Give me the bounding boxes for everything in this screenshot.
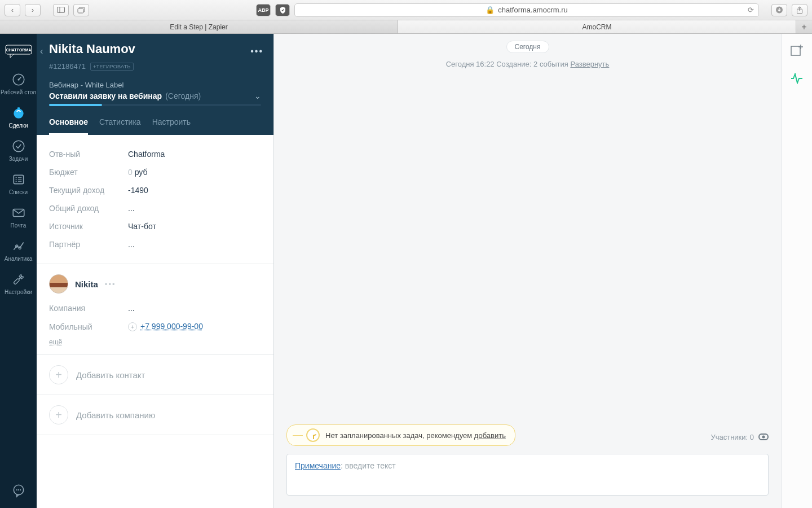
add-task-link[interactable]: добавить xyxy=(474,431,506,440)
stage-progress[interactable] xyxy=(49,104,261,106)
share-button[interactable] xyxy=(792,4,807,16)
note-input[interactable]: Примечание: введите текст xyxy=(286,454,769,496)
mobile-value[interactable]: ++7 999 000-99-00 xyxy=(128,322,203,331)
stage-date: (Сегодня) xyxy=(165,91,201,100)
app-logo[interactable]: CHATFORMA xyxy=(0,34,37,68)
gauge-icon xyxy=(11,72,26,87)
adblock-icon[interactable]: ABP xyxy=(256,4,271,16)
today-pill: Сегодня xyxy=(506,41,549,53)
nav-tasks[interactable]: Задачи xyxy=(0,134,37,168)
contact-name[interactable]: Nikita xyxy=(75,279,98,289)
responsible-value[interactable]: Chatforma xyxy=(128,150,165,159)
lead-id: #12186471 xyxy=(49,62,86,71)
tab-stats[interactable]: Статистика xyxy=(99,117,141,135)
nav-chat[interactable] xyxy=(11,475,26,508)
company-value[interactable]: ... xyxy=(128,304,135,313)
wrench-icon xyxy=(11,272,26,287)
browser-tab-1[interactable]: AmoCRM xyxy=(398,20,796,33)
add-company-button[interactable]: + Добавить компанию xyxy=(37,395,273,435)
list-icon xyxy=(11,172,26,187)
sidebar-toggle-button[interactable] xyxy=(53,4,69,16)
contact-block: Nikita ••• Компания... Мобильный++7 999 … xyxy=(37,264,273,355)
add-contact-button[interactable]: + Добавить контакт xyxy=(37,355,273,395)
feed-area: Сегодня Сегодня 16:22 Создание: 2 событи… xyxy=(273,34,781,508)
feed-expand-link[interactable]: Развернуть xyxy=(570,60,609,68)
nav-rail: CHATFORMA Рабочий стол Сделки Задачи Спи… xyxy=(0,34,37,508)
contact-avatar[interactable] xyxy=(49,274,68,294)
eye-icon xyxy=(758,433,769,440)
company-label: Компания xyxy=(49,304,128,313)
svg-rect-3 xyxy=(78,8,83,13)
nav-deals[interactable]: Сделки xyxy=(0,101,37,134)
no-tasks-banner: Нет запланированных задач, рекомендуем д… xyxy=(286,424,515,446)
mobile-label: Мобильный xyxy=(49,322,128,331)
svg-point-26 xyxy=(20,489,21,491)
tab-main[interactable]: Основное xyxy=(49,117,88,135)
note-type-link[interactable]: Примечание xyxy=(295,461,341,470)
browser-tab-0[interactable]: Edit a Step | Zapier xyxy=(0,20,398,33)
nav-desktop[interactable]: Рабочий стол xyxy=(0,68,37,101)
current-income-label: Текущий доход xyxy=(49,186,128,195)
nav-analytics[interactable]: Аналитика xyxy=(0,234,37,268)
partner-label: Партнёр xyxy=(49,240,128,249)
reload-icon[interactable]: ⟳ xyxy=(748,6,754,14)
shield-icon[interactable] xyxy=(275,4,290,16)
svg-point-24 xyxy=(16,489,17,491)
lead-panel: ‹ Nikita Naumov ••• #12186471 +ТЕГИРОВАТ… xyxy=(37,34,273,508)
lead-title[interactable]: Nikita Naumov xyxy=(49,42,261,56)
svg-rect-0 xyxy=(58,7,65,13)
check-circle-icon xyxy=(11,139,26,154)
new-tab-button[interactable]: + xyxy=(796,20,812,33)
new-note-button[interactable] xyxy=(791,44,803,56)
plus-icon: + xyxy=(49,365,68,384)
phone-add-icon[interactable]: + xyxy=(128,322,137,331)
svg-rect-27 xyxy=(791,46,800,55)
activity-button[interactable] xyxy=(791,72,803,85)
browser-toolbar: ‹ › ABP 🔒 chatforma.amocrm.ru ⟳ xyxy=(0,0,812,20)
nav-forward-button[interactable]: › xyxy=(25,4,41,16)
nav-mail[interactable]: Почта xyxy=(0,201,37,234)
svg-rect-11 xyxy=(17,107,19,109)
contact-menu-button[interactable]: ••• xyxy=(105,280,116,288)
nav-settings[interactable]: Настройки xyxy=(0,268,37,301)
partner-value[interactable]: ... xyxy=(128,240,135,249)
feed-meta: Сегодня 16:22 Создание: 2 события Развер… xyxy=(274,60,781,68)
responsible-label: Отв-ный xyxy=(49,150,128,159)
plus-icon: + xyxy=(49,405,68,424)
address-bar[interactable]: 🔒 chatforma.amocrm.ru ⟳ xyxy=(294,3,759,17)
lead-header: ‹ Nikita Naumov ••• #12186471 +ТЕГИРОВАТ… xyxy=(37,34,273,135)
chat-icon xyxy=(11,483,26,498)
budget-value[interactable]: 0 руб xyxy=(128,168,148,177)
tabs-overview-button[interactable] xyxy=(73,4,89,16)
back-button[interactable]: ‹ xyxy=(40,46,43,56)
total-income-value[interactable]: ... xyxy=(128,204,135,213)
svg-point-9 xyxy=(17,78,19,80)
svg-point-25 xyxy=(17,489,19,491)
tag-button[interactable]: +ТЕГИРОВАТЬ xyxy=(90,63,134,71)
nav-back-button[interactable]: ‹ xyxy=(5,4,20,16)
stage-dropdown-button[interactable]: ⌄ xyxy=(254,91,261,100)
lead-fields: Отв-ныйChatforma Бюджет0 руб Текущий дох… xyxy=(37,135,273,264)
analytics-icon xyxy=(11,239,26,253)
source-label: Источник xyxy=(49,222,128,231)
current-income-value[interactable]: -1490 xyxy=(128,186,148,195)
mail-icon xyxy=(11,205,26,220)
total-income-label: Общий доход xyxy=(49,204,128,213)
contact-more-link[interactable]: ещё xyxy=(49,338,62,346)
right-rail xyxy=(781,34,812,508)
tab-setup[interactable]: Настроить xyxy=(152,117,191,135)
deals-icon xyxy=(11,106,26,120)
lead-menu-button[interactable]: ••• xyxy=(250,46,263,56)
browser-tabs: Edit a Step | Zapier AmoCRM + xyxy=(0,20,812,34)
lock-icon: 🔒 xyxy=(486,6,495,14)
downloads-button[interactable] xyxy=(771,4,787,16)
stage-name: Оставили заявку на вебинар xyxy=(49,91,162,100)
svg-point-12 xyxy=(13,141,24,152)
budget-label: Бюджет xyxy=(49,168,128,177)
nav-lists[interactable]: Списки xyxy=(0,168,37,201)
pipeline-name[interactable]: Вебинар - White Label xyxy=(49,81,261,89)
participants-label[interactable]: Участники: 0 xyxy=(710,433,769,441)
source-value[interactable]: Чат-бот xyxy=(128,222,156,231)
address-text: chatforma.amocrm.ru xyxy=(498,6,568,14)
svg-text:CHATFORMA: CHATFORMA xyxy=(6,48,31,52)
